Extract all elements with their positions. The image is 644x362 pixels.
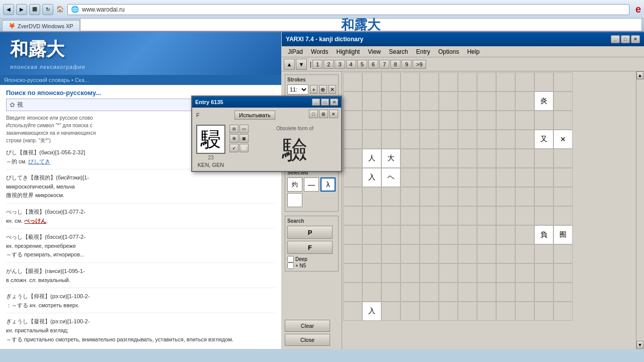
grid-cell[interactable] <box>496 187 515 206</box>
selected-char-4[interactable] <box>287 193 302 207</box>
num-tab-1[interactable]: 1 <box>312 60 323 69</box>
grid-cell-入[interactable]: 入 <box>362 168 381 187</box>
grid-cell[interactable] <box>362 130 381 149</box>
grid-cell[interactable] <box>362 72 381 92</box>
grid-cell[interactable] <box>515 187 534 206</box>
grid-cell[interactable] <box>400 225 420 244</box>
grid-cell[interactable] <box>439 92 458 111</box>
menu-search[interactable]: Search <box>385 47 412 56</box>
grid-cell[interactable] <box>400 92 420 111</box>
grid-cell[interactable] <box>381 111 400 130</box>
grid-cell[interactable] <box>515 72 534 92</box>
grid-cell[interactable] <box>362 111 381 130</box>
grid-cell[interactable] <box>343 206 362 225</box>
grid-cell[interactable] <box>496 92 515 111</box>
selected-char-3[interactable]: λ <box>320 177 336 192</box>
grid-cell[interactable] <box>458 168 477 187</box>
grid-cell[interactable] <box>553 263 573 283</box>
grid-cell[interactable] <box>553 302 573 321</box>
entry-close[interactable]: ✕ <box>330 99 338 106</box>
grid-cell-大[interactable]: 大 <box>381 149 400 168</box>
p-search-button[interactable]: P <box>287 226 333 239</box>
grid-cell[interactable] <box>553 168 573 187</box>
grid-cell[interactable] <box>458 263 477 283</box>
grid-cell[interactable] <box>553 149 573 168</box>
grid-cell[interactable] <box>381 72 400 92</box>
grid-cell[interactable] <box>420 302 439 321</box>
grid-cell[interactable] <box>534 149 553 168</box>
grid-cell[interactable] <box>515 244 534 263</box>
num-tab-6[interactable]: 6 <box>368 60 378 69</box>
grid-cell[interactable] <box>343 302 362 321</box>
grid-cell[interactable] <box>553 187 573 206</box>
entry-maximize[interactable]: □ <box>321 99 329 106</box>
grid-cell[interactable] <box>400 206 420 225</box>
grid-cell[interactable] <box>477 187 496 206</box>
grid-cell[interactable] <box>496 225 515 244</box>
num-tab-7[interactable]: 7 <box>379 60 389 69</box>
grid-cell[interactable] <box>343 187 362 206</box>
entry-link[interactable]: びしてき <box>28 158 50 164</box>
strokes-plus[interactable]: + <box>310 85 317 94</box>
grid-cell[interactable] <box>477 244 496 263</box>
grid-cell[interactable] <box>515 263 534 283</box>
entry-icon-a[interactable]: ⊟ <box>229 125 238 133</box>
grid-cell[interactable] <box>420 263 439 283</box>
grid-cell[interactable] <box>458 225 477 244</box>
grid-cell[interactable] <box>439 263 458 283</box>
grid-cell[interactable] <box>439 206 458 225</box>
num-tab-2[interactable]: 2 <box>324 60 334 69</box>
grid-cell[interactable] <box>534 72 553 92</box>
grid-cell[interactable] <box>343 72 362 92</box>
grid-cell[interactable] <box>400 72 420 92</box>
grid-cell[interactable] <box>477 111 496 130</box>
grid-cell[interactable] <box>362 263 381 283</box>
icon-btn-3[interactable]: ✕ <box>329 110 338 118</box>
ns-checkbox[interactable] <box>287 262 294 269</box>
down-button[interactable]: ▼ <box>296 59 307 70</box>
grid-cell[interactable] <box>439 225 458 244</box>
grid-cell[interactable] <box>496 244 515 263</box>
num-tab-4[interactable]: 4 <box>346 60 356 69</box>
grid-cell[interactable] <box>420 92 439 111</box>
menu-view[interactable]: View <box>364 47 385 56</box>
grid-cell[interactable] <box>439 111 458 130</box>
deep-checkbox[interactable] <box>287 256 294 262</box>
grid-cell[interactable] <box>400 283 420 302</box>
grid-cell[interactable] <box>534 244 553 263</box>
menu-entry[interactable]: Entry <box>412 47 434 56</box>
grid-cell[interactable] <box>534 168 553 187</box>
clear-button[interactable]: Clear <box>285 320 330 332</box>
grid-cell[interactable] <box>439 187 458 206</box>
grid-cell[interactable] <box>458 72 477 92</box>
grid-cell[interactable] <box>420 111 439 130</box>
grid-cell[interactable] <box>534 283 553 302</box>
grid-cell[interactable] <box>534 111 553 130</box>
grid-cell[interactable] <box>553 72 573 92</box>
grid-cell[interactable] <box>496 168 515 187</box>
grid-cell[interactable] <box>439 244 458 263</box>
grid-cell[interactable] <box>420 244 439 263</box>
back-button[interactable]: ◀ <box>3 4 14 15</box>
grid-cell[interactable] <box>496 283 515 302</box>
grid-cell[interactable] <box>381 92 400 111</box>
minimize-button[interactable]: _ <box>611 35 620 43</box>
grid-cell[interactable] <box>400 130 420 149</box>
menu-help[interactable]: Help <box>463 47 484 56</box>
grid-cell-x2[interactable]: ✕ <box>553 130 573 149</box>
grid-cell[interactable] <box>458 302 477 321</box>
grid-cell[interactable] <box>458 92 477 111</box>
grid-cell[interactable] <box>400 187 420 206</box>
scroll-down[interactable]: ▼ <box>636 341 643 349</box>
menu-jipad[interactable]: JiPad <box>284 47 307 56</box>
grid-cell[interactable] <box>400 302 420 321</box>
grid-cell[interactable] <box>515 168 534 187</box>
grid-cell[interactable] <box>381 302 400 321</box>
strokes-select[interactable]: 11: 1: 2: 3: 4: <box>287 84 308 95</box>
grid-cell[interactable] <box>343 168 362 187</box>
grid-cell[interactable] <box>343 130 362 149</box>
address-bar[interactable]: 🌐 www.warodai.ru <box>67 4 629 15</box>
grid-cell[interactable] <box>477 92 496 111</box>
browser-tab[interactable]: 🦊 ZverDVD Windows XP <box>2 20 80 31</box>
grid-cell[interactable] <box>420 72 439 92</box>
